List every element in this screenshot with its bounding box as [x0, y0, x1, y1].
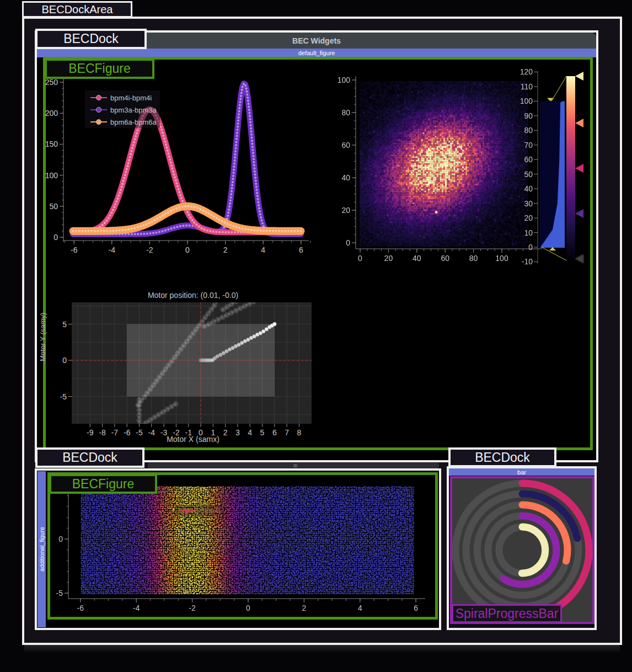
svg-text:20: 20 — [341, 206, 350, 215]
svg-text:100: 100 — [520, 97, 533, 105]
svg-text:20: 20 — [524, 214, 533, 222]
figure-main-label-text: BECFigure — [68, 61, 130, 76]
scatter-waveform-axes: -50-6-4-20246 — [50, 474, 440, 616]
spiral-progress-widget — [450, 476, 594, 624]
dock-main-tab-label: BEC Widgets — [292, 36, 341, 45]
svg-text:40: 40 — [413, 254, 421, 263]
tab-default-figure-label: default_figure — [298, 50, 335, 56]
svg-text:80: 80 — [341, 108, 350, 117]
dock-main-label-text: BECDock — [63, 31, 119, 46]
legend-marker-icon — [179, 508, 195, 514]
figure-bl-label-text: BECFigure — [72, 477, 134, 492]
colorbar-marker-117[interactable] — [575, 72, 583, 81]
tab-bar[interactable]: bar — [449, 468, 594, 476]
svg-text:0: 0 — [185, 246, 190, 254]
svg-text:-4: -4 — [109, 246, 116, 254]
motor-map-xlabel: Motor X (samx) — [72, 435, 314, 444]
svg-text:60: 60 — [524, 155, 533, 164]
colorbar-gradient[interactable] — [566, 76, 575, 260]
svg-text:-4: -4 — [133, 604, 140, 612]
colorbar-marker--8[interactable] — [575, 254, 583, 263]
svg-text:-2: -2 — [146, 246, 153, 254]
svg-text:0: 0 — [58, 535, 63, 543]
tab-additional-figure[interactable]: additional_figure — [38, 471, 46, 627]
colorbar-marker-23[interactable] — [575, 209, 583, 218]
dock-bl-drag-handle[interactable] — [148, 463, 439, 468]
drag-handle-dot-icon — [293, 464, 297, 467]
svg-text:200: 200 — [45, 109, 58, 118]
svg-text:bpm6a-bpm6a: bpm6a-bpm6a — [110, 118, 157, 126]
svg-text:50: 50 — [49, 202, 58, 211]
svg-text:6: 6 — [414, 604, 418, 612]
figure-bl-label: BECFigure — [49, 474, 157, 494]
svg-text:2: 2 — [302, 604, 307, 612]
svg-text:250: 250 — [45, 78, 58, 87]
screenshot-root: { "dock_area": { "label": "BECDockArea" … — [0, 0, 632, 672]
motor-map-plot[interactable]: -9-8-7-6-5-4-3-2-1012345678-505 — [52, 300, 318, 439]
dock-area-title: BECDockArea — [22, 1, 132, 18]
dock-area-title-text: BECDockArea — [42, 3, 113, 16]
svg-text:10: 10 — [524, 228, 533, 237]
svg-text:0: 0 — [246, 604, 250, 612]
svg-text:4: 4 — [261, 246, 265, 254]
svg-text:70: 70 — [524, 141, 533, 150]
svg-text:-2: -2 — [189, 604, 196, 612]
svg-text:-6: -6 — [71, 246, 78, 254]
svg-text:80: 80 — [469, 254, 478, 263]
histogram-lut[interactable]: -100102030405060708090100110120 — [513, 69, 631, 268]
spiral-progress-label: SpiralProgressBar — [456, 606, 559, 621]
svg-text:60: 60 — [441, 254, 449, 263]
svg-text:2: 2 — [223, 246, 228, 254]
dock-bl-label-text: BECDock — [62, 450, 117, 465]
colorbar-marker-85[interactable] — [575, 119, 583, 127]
svg-text:5: 5 — [62, 320, 67, 329]
svg-text:30: 30 — [524, 199, 533, 208]
svg-text:bpm4i-bpm4i: bpm4i-bpm4i — [110, 94, 152, 102]
dock-main-label: BECDock — [35, 29, 147, 49]
svg-text:40: 40 — [341, 173, 350, 182]
svg-text:6: 6 — [299, 246, 303, 254]
svg-text:-10: -10 — [522, 257, 533, 266]
svg-text:100: 100 — [495, 254, 508, 263]
svg-text:50: 50 — [524, 170, 533, 179]
svg-text:90: 90 — [524, 111, 533, 120]
svg-text:bpm3a-bpm3a: bpm3a-bpm3a — [110, 106, 157, 114]
svg-text:120: 120 — [520, 67, 533, 76]
dock-br-label: BECDock — [448, 447, 556, 467]
waveform-legend: bpm4i-bpm4ibpm3a-bpm3abpm6a-bpm6a — [85, 90, 160, 128]
svg-text:4: 4 — [358, 604, 362, 612]
svg-text:80: 80 — [524, 126, 533, 135]
spiral-progress-rings — [452, 478, 592, 622]
svg-text:0: 0 — [62, 356, 67, 365]
tab-bar-label: bar — [517, 469, 526, 476]
svg-text:20: 20 — [384, 254, 393, 263]
dock-bl-label: BECDock — [35, 447, 144, 468]
svg-text:150: 150 — [45, 140, 58, 148]
tab-additional-figure-label: additional_figure — [39, 527, 45, 572]
spiral-arc-4 — [522, 527, 545, 573]
svg-text:0: 0 — [528, 243, 533, 252]
tab-default-figure[interactable]: default_figure — [37, 49, 596, 57]
svg-text:100: 100 — [338, 76, 351, 84]
motor-map-title: Motor position: (0.01, -0.0) — [72, 291, 314, 300]
svg-text:40: 40 — [524, 184, 533, 193]
waveform-plot[interactable]: 050100150200250-6-4-20246bpm4i-bpm4ibpm3… — [49, 64, 331, 260]
motor-map-ylabel: Motor Y (samy) — [39, 313, 47, 361]
svg-text:110: 110 — [521, 82, 533, 91]
svg-text:100: 100 — [45, 171, 58, 180]
figure-main-label: BECFigure — [45, 58, 154, 79]
svg-text:-5: -5 — [56, 589, 63, 598]
svg-text:-5: -5 — [60, 392, 67, 401]
svg-text:-6: -6 — [77, 604, 84, 612]
svg-text:0: 0 — [358, 254, 362, 263]
svg-text:0: 0 — [346, 238, 350, 247]
svg-text:0: 0 — [53, 233, 58, 242]
dock-area-shadow — [24, 645, 620, 653]
spiral-progress-label-box: SpiralProgressBar — [452, 604, 562, 623]
dock-br-label-text: BECDock — [475, 450, 530, 465]
colorbar-marker-54[interactable] — [575, 164, 583, 173]
scatter-legend: bpm4i-bpm4i — [174, 505, 224, 516]
svg-text:60: 60 — [341, 141, 350, 150]
